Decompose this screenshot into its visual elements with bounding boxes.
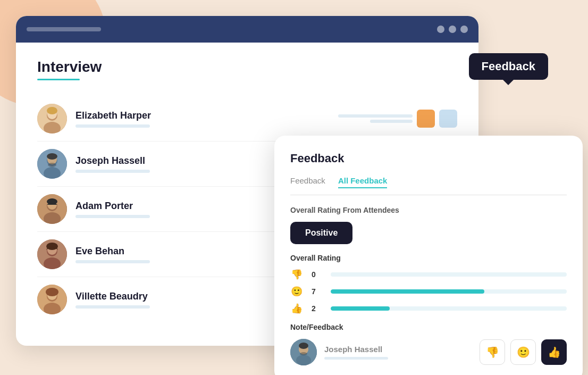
svg-point-10 [48,163,56,167]
candidate-line [75,170,150,173]
candidate-line [75,215,150,218]
color-block-blue [439,110,457,128]
feedback-user-name: Joseph Hassell [324,345,472,354]
svg-point-25 [46,288,58,296]
svg-point-30 [300,352,307,355]
candidate-line [75,124,150,128]
avatar [37,239,67,269]
dot-2 [449,26,456,33]
dot-3 [460,26,468,33]
bar-group [338,114,413,123]
candidate-line [75,260,150,263]
thumbs-down-icon: 👎 [290,269,303,280]
positive-button[interactable]: Positive [290,222,352,244]
rating-bar-fill [331,306,390,311]
svg-point-29 [299,343,308,349]
candidate-line [75,305,150,309]
avatar [37,194,67,224]
feedback-panel: Feedback Feedback All Feedback Overall R… [274,136,583,375]
candidate-name: Elizabeth Harper [75,110,330,121]
feedback-user-row: Joseph Hassell 👎 🙂 👍 [290,339,567,365]
rating-bar-track [331,289,567,294]
rating-row-like: 👍 2 [290,303,567,314]
feedback-tooltip: Feedback [469,53,549,80]
tab-all-feedback[interactable]: All Feedback [338,176,388,188]
svg-point-28 [296,355,311,365]
rating-section-label: Overall Rating [290,254,567,262]
feedback-panel-title: Feedback [290,152,567,165]
feedback-tooltip-text: Feedback [482,60,536,73]
rating-row-neutral: 🙂 7 [290,286,567,297]
thumbs-up-icon: 👍 [290,303,303,314]
tab-feedback[interactable]: Feedback [290,176,325,188]
dot-1 [437,26,444,33]
bar-long [338,114,413,118]
reaction-neutral-button[interactable]: 🙂 [510,339,536,365]
reaction-dislike-button[interactable]: 👎 [480,339,505,365]
rating-bar-fill [331,289,484,294]
feedback-user-info: Joseph Hassell [324,345,472,360]
reaction-buttons: 👎 🙂 👍 [480,339,567,365]
feedback-avatar [290,339,317,365]
svg-point-4 [47,107,57,114]
rating-count-7: 7 [312,287,322,296]
overall-rating-label: Overall Rating From Attendees [290,206,567,214]
interview-title: Interview [37,59,457,76]
feedback-user-line [324,357,388,360]
avatar [37,285,67,314]
candidate-row[interactable]: Elizabeth Harper [37,96,457,141]
color-block-orange [417,110,435,128]
header-line [27,27,101,31]
svg-point-9 [47,153,57,160]
reaction-like-button[interactable]: 👍 [541,339,567,365]
rating-bar-track [331,306,567,311]
avatar [37,149,67,179]
candidate-right [338,110,457,128]
rating-count-2: 2 [312,304,322,313]
avatar [37,104,67,134]
neutral-icon: 🙂 [290,286,303,297]
rating-count-0: 0 [312,270,322,279]
header-dots [437,26,468,33]
title-underline [37,79,80,80]
rating-bar-track [331,272,567,277]
candidate-info: Elizabeth Harper [75,110,330,128]
card-header-bar [16,16,478,43]
note-label: Note/Feedback [290,323,567,331]
bar-short [370,120,413,123]
tabs: Feedback All Feedback [290,176,567,195]
rating-row-dislike: 👎 0 [290,269,567,280]
